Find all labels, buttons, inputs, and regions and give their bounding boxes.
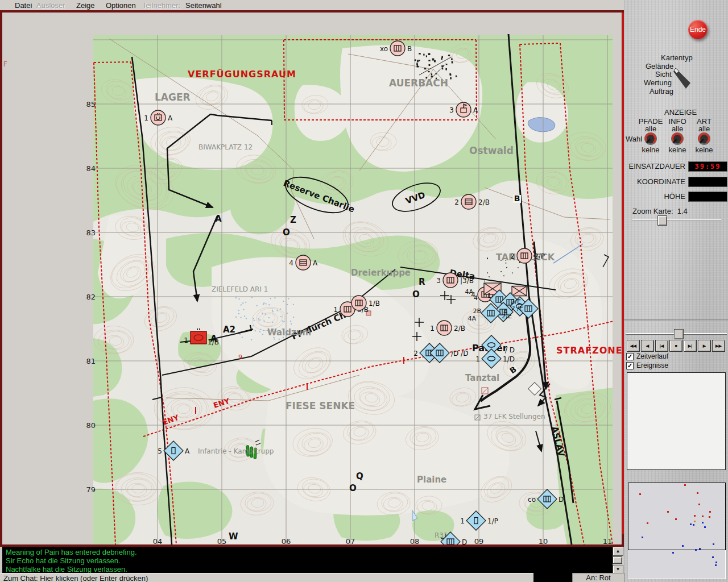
svg-text:|3/B: |3/B: [460, 277, 474, 285]
end-button[interactable]: Ende: [688, 20, 708, 39]
svg-text:FIESE SENKE: FIESE SENKE: [286, 400, 355, 411]
red-unit-dot: [639, 493, 641, 495]
blue-unit-dot: [642, 537, 643, 538]
svg-text:1: 1: [487, 292, 491, 300]
skip-back-button[interactable]: |◀: [655, 340, 668, 352]
keine-label: keine: [689, 146, 719, 154]
zoom-slider-track[interactable]: [632, 219, 721, 221]
svg-text:2: 2: [454, 198, 459, 206]
svg-text:1: 1: [184, 336, 188, 344]
checkbox-ereignisse[interactable]: ✓: [626, 362, 634, 369]
svg-text:09: 09: [474, 537, 484, 544]
overview-minimap[interactable]: [628, 483, 726, 579]
svg-text:08: 08: [410, 537, 420, 544]
red-unit-dot: [667, 511, 669, 513]
svg-text:A2: A2: [223, 325, 235, 335]
keine-label: keine: [636, 146, 665, 154]
knob-info[interactable]: [671, 132, 684, 146]
lcd-höhe: [688, 192, 727, 202]
svg-text:xo: xo: [380, 45, 388, 53]
lcd-einsatzdauer: 39:59: [688, 161, 727, 172]
svg-text:2: 2: [413, 350, 418, 357]
step-back-button[interactable]: ◀: [641, 340, 654, 352]
red-unit-dot: [698, 504, 700, 505]
svg-text:1: 1: [460, 517, 465, 525]
scroll-thumb[interactable]: [613, 556, 622, 564]
menu-item-optionen[interactable]: Optionen: [106, 1, 136, 10]
red-unit-dot: [709, 516, 710, 518]
red-unit-dot: [694, 515, 696, 517]
checkbox-label-zeitverlauf: Zeitverlauf: [636, 352, 668, 360]
field-label-koordinate: KOORDINATE: [626, 177, 685, 186]
knob-pfade[interactable]: [644, 132, 657, 146]
skip-forward-button[interactable]: ▶|: [684, 340, 697, 352]
event-list-panel[interactable]: [627, 372, 726, 470]
chat-scrollbar[interactable]: ▲▼: [613, 547, 622, 573]
svg-text:06: 06: [282, 537, 291, 544]
svg-text:Waldzum: Waldzum: [267, 327, 311, 338]
map-window-frame: FPS=7.03 (6.99 - 7.04) 85848382818079040…: [0, 10, 624, 547]
rewind-button[interactable]: ◀◀: [627, 340, 640, 352]
step-forward-button[interactable]: ▶: [698, 340, 711, 352]
maptype-option-wertung[interactable]: Wertung: [644, 78, 672, 87]
fast-forward-button[interactable]: ▶▶: [712, 340, 725, 352]
menu-bar: DateiAuslöserZeigeOptionenTeilnehmer:Sei…: [0, 0, 728, 10]
menu-item-seitenwahl[interactable]: Seitenwahl: [185, 1, 222, 10]
menu-item-datei[interactable]: Datei: [15, 1, 32, 10]
knob-art[interactable]: [697, 132, 711, 146]
svg-text:1: 1: [333, 306, 338, 314]
blue-unit-dot: [690, 523, 692, 525]
svg-text:O: O: [283, 227, 290, 238]
svg-text:2/P: 2/P: [534, 252, 545, 260]
zoom-slider-thumb[interactable]: [657, 215, 667, 226]
red-unit-dot: [697, 492, 698, 494]
svg-text:37 LFK Stellungen: 37 LFK Stellungen: [483, 413, 545, 421]
svg-text:AUERBACH: AUERBACH: [389, 77, 448, 89]
lcd-koordinate: [688, 177, 727, 187]
svg-text:1: 1: [144, 114, 148, 122]
svg-text:1: 1: [430, 325, 435, 332]
svg-text:4: 4: [289, 259, 293, 267]
svg-text:83: 83: [86, 228, 96, 237]
svg-text:VERFÜGUNGSRAUM: VERFÜGUNGSRAUM: [188, 69, 296, 80]
keine-label: keine: [663, 146, 692, 154]
svg-text:2/B: 2/B: [454, 325, 465, 332]
application-window: DateiAuslöserZeigeOptionenTeilnehmer:Sei…: [0, 0, 728, 582]
svg-text:LAGER: LAGER: [155, 92, 191, 103]
svg-text:81: 81: [86, 357, 96, 365]
svg-text:Infantrie - Kampftrupp: Infantrie - Kampftrupp: [198, 447, 274, 455]
svg-text:4A: 4A: [468, 315, 476, 322]
svg-text:05: 05: [217, 537, 227, 544]
blue-unit-dot: [704, 526, 706, 528]
tactical-map[interactable]: 858483828180790405060708091011Reserve Ch…: [7, 13, 622, 544]
zoom-karte-label: Zoom Karte: 1.4: [632, 207, 688, 215]
blue-unit-dot: [672, 552, 674, 554]
maptype-option-auftrag[interactable]: Auftrag: [650, 87, 673, 95]
status-hint[interactable]: Zum Chat: Hier klicken (oder Enter drück…: [3, 574, 148, 582]
svg-text:A: A: [168, 114, 173, 122]
maptype-option-gelände[interactable]: Gelände: [646, 62, 673, 70]
svg-text:O: O: [412, 289, 420, 300]
stop-button[interactable]: ■: [669, 340, 682, 352]
minimap-extent: [628, 483, 726, 550]
blue-unit-dot: [715, 562, 717, 563]
checkbox-label-ereignisse: Ereignisse: [636, 361, 668, 369]
svg-text:1/B: 1/B: [369, 300, 380, 307]
timeline-thumb[interactable]: [674, 329, 684, 339]
svg-text:5: 5: [158, 447, 162, 455]
maptype-option-sicht[interactable]: Sicht: [655, 70, 672, 78]
chat-input[interactable]: [533, 573, 572, 582]
svg-text:W: W: [229, 531, 238, 542]
chat-target-selector[interactable]: An: Rot: [572, 573, 624, 582]
scroll-up-button[interactable]: ▲: [613, 547, 623, 556]
anzeige-header: ANZEIGE: [664, 108, 697, 117]
blue-unit-dot: [695, 549, 697, 551]
svg-text:Ostwald: Ostwald: [469, 145, 514, 156]
svg-text:80: 80: [86, 421, 96, 430]
menu-item-zeige[interactable]: Zeige: [76, 1, 95, 10]
svg-text:04: 04: [153, 537, 163, 544]
checkbox-zeitverlauf[interactable]: ✓: [626, 353, 634, 360]
chat-message: Sir Echo hat die Sitzung verlassen.: [6, 556, 121, 565]
chat-log[interactable]: Meaning of Pain has entered debriefing.S…: [2, 547, 613, 573]
svg-text:B: B: [514, 194, 520, 203]
